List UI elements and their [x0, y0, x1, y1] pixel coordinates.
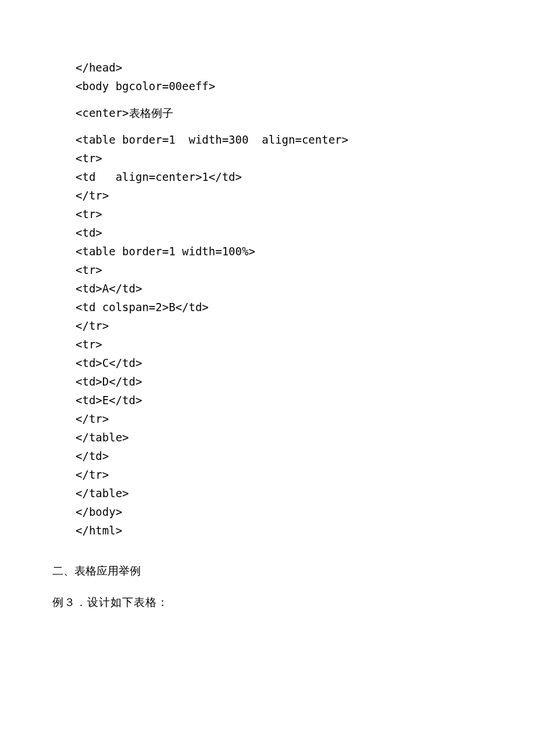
code-line: <td>A</td>	[76, 279, 483, 298]
code-line: <td align=center>1</td>	[76, 167, 483, 186]
code-line: <td>D</td>	[76, 372, 483, 391]
code-line: <tr>	[76, 261, 483, 279]
code-line: </body>	[76, 502, 483, 521]
code-line: <td>E</td>	[76, 391, 483, 409]
code-line: <tr>	[76, 335, 483, 354]
code-line: </tr>	[76, 316, 483, 335]
code-line: <body bgcolor=00eeff>	[76, 77, 483, 95]
code-line: </tr>	[76, 465, 483, 484]
code-line: </td>	[76, 447, 483, 465]
section-heading: 二、表格应用举例	[52, 562, 483, 580]
code-line: <tr>	[76, 205, 483, 223]
code-line: </table>	[76, 484, 483, 502]
code-line: <tr>	[76, 149, 483, 167]
code-line: </head>	[76, 58, 483, 77]
code-block: </head> <body bgcolor=00eeff> <center>表格…	[76, 58, 483, 540]
code-line: <td colspan=2>B</td>	[76, 298, 483, 316]
code-line: </html>	[76, 521, 483, 540]
code-line: <td>	[76, 223, 483, 242]
code-line: </tr>	[76, 186, 483, 205]
code-line: <table border=1 width=300 align=center>	[76, 130, 483, 149]
code-line: <table border=1 width=100%>	[76, 242, 483, 261]
example-heading: 例３．设计如下表格：	[52, 593, 483, 612]
code-line: <center>表格例子	[76, 104, 483, 122]
code-line: <td>C</td>	[76, 354, 483, 372]
code-line: </table>	[76, 428, 483, 447]
code-line: </tr>	[76, 409, 483, 428]
